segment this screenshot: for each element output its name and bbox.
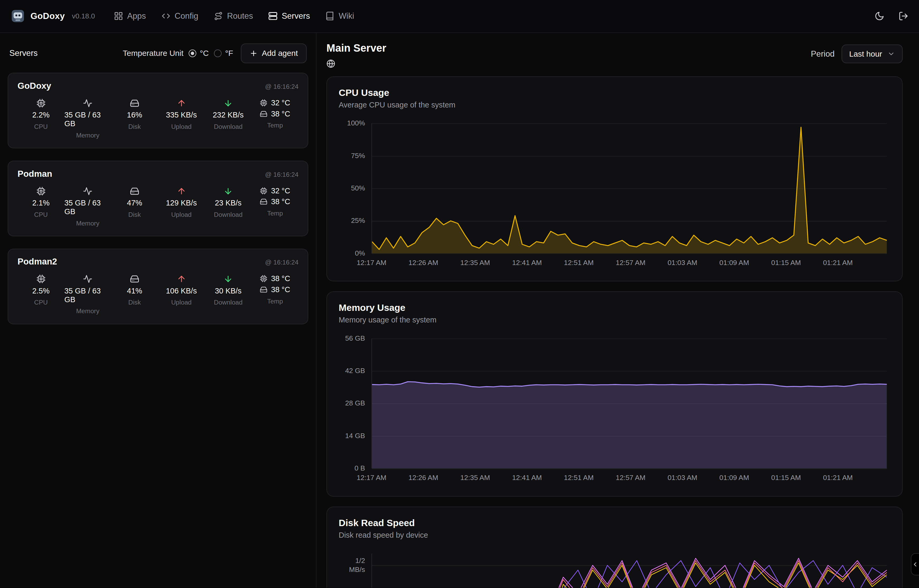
chevron-left-icon <box>912 561 919 568</box>
y-tick-label: 1/2 MB/s <box>349 556 365 574</box>
download-value: 232 KB/s <box>213 111 244 120</box>
upload-value: 335 KB/s <box>166 111 197 120</box>
y-tick-label: 0% <box>355 249 365 258</box>
stat-cpu: 2.1% CPU <box>18 186 64 227</box>
stat-upload: 106 KB/s Upload <box>158 274 205 315</box>
memory-plot-area[interactable] <box>371 339 887 468</box>
disk-plot-area[interactable] <box>371 554 887 588</box>
temp-rows: 32 °C 38 °C <box>260 186 290 206</box>
server-timestamp: @ 16:16:24 <box>265 259 299 266</box>
logout-icon[interactable] <box>898 11 908 21</box>
stat-download: 23 KB/s Download <box>205 186 252 227</box>
x-axis: 12:17 AM12:26 AM12:35 AM12:41 AM12:51 AM… <box>371 259 887 273</box>
chart-title: CPU Usage <box>339 87 887 98</box>
chart-body: 100%75%50%25%0% <box>339 123 887 254</box>
server-name: Podman2 <box>18 257 57 267</box>
x-tick-label: 12:41 AM <box>512 474 542 482</box>
main-title-block: Main Server <box>326 42 386 70</box>
temp-rows: 32 °C 38 °C <box>260 99 290 118</box>
arrow-up-icon <box>177 186 186 196</box>
disk-label: Disk <box>128 299 141 306</box>
cpu-label: CPU <box>34 123 48 131</box>
download-value: 30 KB/s <box>215 287 242 295</box>
y-tick-label: 14 GB <box>345 431 365 440</box>
stat-upload: 129 KB/s Upload <box>158 186 205 227</box>
nav-item-config[interactable]: Config <box>161 11 199 21</box>
memory-value: 35 GB / 63 GB <box>64 111 111 128</box>
cpu-icon <box>36 186 46 196</box>
x-tick-label: 01:09 AM <box>719 259 749 267</box>
globe-icon <box>326 59 335 68</box>
server-card-header: Podman2 @ 16:16:24 <box>18 257 298 267</box>
cpu-value: 2.2% <box>32 111 50 120</box>
stat-temp: 32 °C 38 °C Temp <box>252 99 299 139</box>
y-tick-label: 25% <box>351 216 365 225</box>
panel-collapse-handle[interactable] <box>911 553 919 576</box>
period-value: Last hour <box>849 50 882 58</box>
activity-icon <box>83 186 92 196</box>
x-tick-label: 01:21 AM <box>823 474 853 482</box>
y-axis: 100%75%50%25%0% <box>339 123 372 254</box>
brand-version: v0.18.0 <box>72 12 95 20</box>
period-label: Period <box>811 49 835 59</box>
nav-item-routes[interactable]: Routes <box>214 11 253 21</box>
content: Servers Temperature Unit °C °F Add agent <box>0 33 919 588</box>
disk-value: 16% <box>127 111 142 120</box>
memory-usage-chart <box>372 339 887 468</box>
cpu-temp-value: 38 °C <box>271 274 290 283</box>
stat-download: 232 KB/s Download <box>205 99 252 139</box>
x-tick-label: 01:15 AM <box>771 474 801 482</box>
temp-label: Temp <box>267 210 283 217</box>
x-tick-label: 12:51 AM <box>564 259 594 267</box>
disk-value: 41% <box>127 287 142 295</box>
cpu-temp-row: 32 °C <box>260 186 290 195</box>
chart-body: 1/2 MB/s <box>339 554 887 588</box>
server-card-podman2[interactable]: Podman2 @ 16:16:24 2.5% CPU 35 GB / 63 G… <box>8 249 308 324</box>
theme-toggle-moon-icon[interactable] <box>874 11 885 21</box>
stat-download: 30 KB/s Download <box>205 274 252 315</box>
memory-value: 35 GB / 63 GB <box>64 287 111 304</box>
cpu-temp-row: 32 °C <box>260 99 290 107</box>
cpu-temp-value: 32 °C <box>271 99 290 107</box>
nav-item-wiki[interactable]: Wiki <box>325 11 354 21</box>
server-card-podman[interactable]: Podman @ 16:16:24 2.1% CPU 35 GB / 63 GB… <box>8 161 308 236</box>
server-card-header: Podman @ 16:16:24 <box>18 169 298 179</box>
stat-temp: 38 °C 38 °C Temp <box>252 274 299 315</box>
server-card-godoxy[interactable]: GoDoxy @ 16:16:24 2.2% CPU 35 GB / 63 GB… <box>8 73 308 148</box>
period-select[interactable]: Last hour <box>841 45 903 63</box>
memory-value: 35 GB / 63 GB <box>64 199 111 216</box>
download-label: Download <box>214 123 243 131</box>
upload-label: Upload <box>171 211 192 218</box>
temp-rows: 38 °C 38 °C <box>260 274 290 294</box>
y-tick-label: 50% <box>351 184 365 192</box>
upload-value: 129 KB/s <box>166 199 197 207</box>
radio-fahrenheit-control[interactable] <box>214 50 221 57</box>
cpu-plot-area[interactable] <box>371 123 887 254</box>
radio-celsius-label: °C <box>200 49 209 58</box>
temp-label: Temp <box>267 298 283 305</box>
add-agent-button[interactable]: Add agent <box>241 44 307 63</box>
memory-label: Memory <box>76 220 99 227</box>
x-tick-label: 12:17 AM <box>357 474 386 482</box>
nav-item-servers[interactable]: Servers <box>268 11 310 21</box>
radio-celsius-control[interactable] <box>189 50 196 57</box>
brand: GoDoxy v0.18.0 <box>11 9 95 23</box>
stat-memory: 35 GB / 63 GB Memory <box>64 186 111 227</box>
page-title: Main Server <box>326 42 386 54</box>
server-stats: 2.2% CPU 35 GB / 63 GB Memory 16% Disk <box>18 99 298 139</box>
nav-item-label: Wiki <box>339 11 354 21</box>
hard-drive-icon <box>130 186 139 196</box>
cpu-value: 2.1% <box>32 199 50 207</box>
disk-temp-value: 38 °C <box>271 197 290 206</box>
radio-fahrenheit[interactable]: °F <box>214 49 233 58</box>
nav-item-apps[interactable]: Apps <box>114 11 146 21</box>
x-tick-label: 12:51 AM <box>564 474 594 482</box>
hard-drive-icon <box>260 286 267 294</box>
app: GoDoxy v0.18.0 Apps Config Routes Server… <box>0 0 919 588</box>
cpu-icon <box>36 99 46 108</box>
route-icon <box>214 11 223 21</box>
server-stats: 2.1% CPU 35 GB / 63 GB Memory 47% Disk <box>18 186 298 227</box>
arrow-up-icon <box>177 99 186 108</box>
radio-celsius[interactable]: °C <box>189 49 209 58</box>
y-tick-label: 28 GB <box>345 399 365 408</box>
